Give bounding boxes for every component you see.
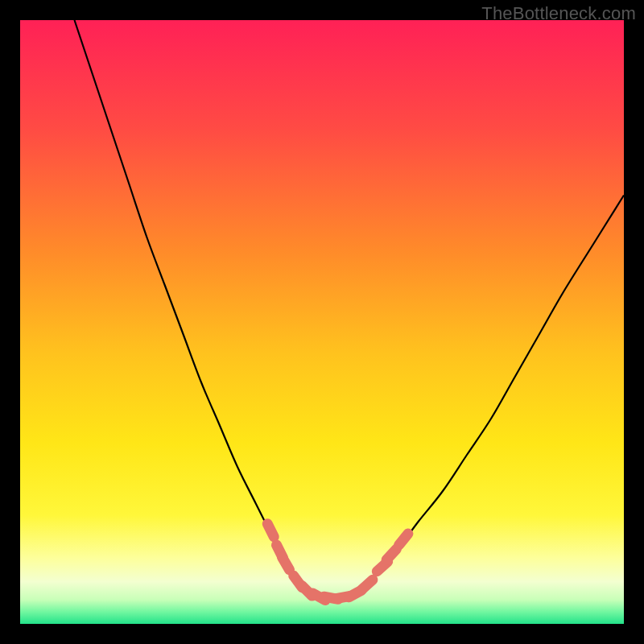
threshold-marker [283, 557, 290, 570]
threshold-marker [386, 549, 396, 559]
chart-frame: TheBottleneck.com [0, 0, 644, 644]
threshold-marker [362, 580, 373, 589]
threshold-marker [399, 534, 408, 545]
curve-layer [20, 20, 624, 624]
marker-group [267, 524, 408, 601]
plot-area [20, 20, 624, 624]
threshold-marker [267, 524, 274, 537]
watermark-text: TheBottleneck.com [481, 3, 636, 24]
bottleneck-curve [75, 20, 625, 598]
